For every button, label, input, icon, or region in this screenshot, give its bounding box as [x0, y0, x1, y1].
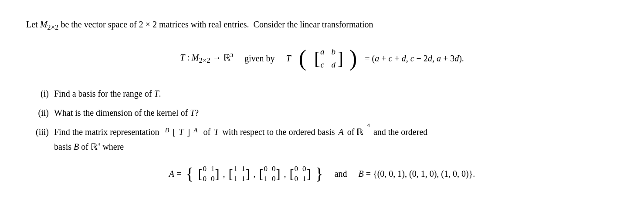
m3-r2c2: 0 — [272, 174, 276, 184]
basis-matrix-4: [ 0 0 0 1 ] — [289, 164, 311, 185]
q-iii-label: (iii) — [26, 125, 49, 138]
q-i-label: (i) — [26, 87, 49, 100]
sm-grid-1: 0 1 0 0 — [203, 164, 214, 185]
matrix-bracket-wrap: [ a b c d ] — [314, 46, 342, 71]
basis-definition-line: A = { [ 0 1 0 0 ] , [ 1 1 — [26, 164, 618, 185]
q-ii-label: (ii) — [26, 106, 49, 119]
set-brace-right: } — [315, 165, 323, 182]
sm-bracket-left-1: [ — [198, 167, 202, 180]
m2-r1c1: 1 — [233, 164, 237, 174]
m3-r1c1: 0 — [264, 164, 268, 174]
matrices-set: [ 0 1 0 0 ] , [ 1 1 1 1 ] — [198, 164, 311, 185]
t-application: T — [286, 52, 291, 65]
transformation-definition: T : M2×2 → ℝ3 given by T ( [ a b c d ] )… — [26, 46, 618, 71]
m4-r1c1: 0 — [294, 164, 298, 174]
m1-r2c1: 0 — [203, 174, 207, 184]
sm-grid-3: 0 0 1 0 — [264, 164, 275, 185]
outer-paren-right: ) — [349, 47, 357, 70]
and-word: and — [335, 167, 347, 180]
comma-1: , — [223, 167, 225, 180]
m4-r2c2: 1 — [302, 174, 306, 184]
question-i: (i) Find a basis for the range of T. — [26, 87, 618, 100]
question-iii: (iii) Find the matrix representation B[T… — [26, 125, 618, 153]
q-iii-text: Find the matrix representation B[T]A of … — [54, 125, 618, 153]
matrix-right-bracket: ] — [337, 49, 342, 67]
m4-r1c2: 0 — [302, 164, 306, 174]
matrix-left-bracket: [ — [314, 49, 319, 67]
m1-r1c1: 0 — [203, 164, 207, 174]
m1-r1c2: 1 — [211, 164, 215, 174]
basis-matrix-3: [ 0 0 1 0 ] — [259, 164, 280, 185]
basis-b-definition: B = {(0, 0, 1), (0, 1, 0), (1, 0, 0)}. — [359, 167, 475, 180]
sm-bracket-left-4: [ — [289, 167, 294, 180]
page-content: Let M2×2 be the vector space of 2 × 2 ma… — [26, 17, 618, 184]
questions-section: (i) Find a basis for the range of T. (ii… — [26, 87, 618, 153]
question-ii: (ii) What is the dimension of the kernel… — [26, 106, 618, 119]
sm-bracket-left-2: [ — [228, 167, 233, 180]
matrix-d: d — [331, 59, 336, 71]
basis-matrix-2: [ 1 1 1 1 ] — [228, 164, 250, 185]
comma-2: , — [253, 167, 255, 180]
comma-3: , — [284, 167, 286, 180]
outer-paren-left: ( — [299, 47, 306, 70]
sm-bracket-right-2: ] — [245, 167, 250, 180]
m4-r2c1: 0 — [294, 174, 298, 184]
given-by-label: given by — [244, 52, 275, 65]
q-ii-text: What is the dimension of the kernel of T… — [54, 106, 618, 119]
m3-r1c2: 0 — [272, 164, 276, 174]
m3-r2c1: 1 — [264, 174, 268, 184]
result-tuple: = (a + c + d, c − 2d, a + 3d). — [365, 52, 464, 65]
sm-bracket-right-1: ] — [215, 167, 219, 180]
matrix-entries: a b c d — [320, 46, 336, 71]
sm-bracket-right-3: ] — [276, 167, 280, 180]
set-brace-left: { — [186, 165, 193, 182]
matrix-b: b — [331, 46, 336, 58]
q-i-text: Find a basis for the range of T. — [54, 87, 618, 100]
m1-r2c2: 0 — [211, 174, 215, 184]
m2-r2c1: 1 — [233, 174, 237, 184]
basis-a-label: A = — [169, 167, 182, 180]
matrix-c: c — [320, 59, 325, 71]
sm-bracket-left-3: [ — [259, 167, 263, 180]
m2-r2c2: 1 — [241, 174, 245, 184]
m2-r1c2: 1 — [241, 164, 245, 174]
sm-bracket-right-4: ] — [306, 167, 311, 180]
t-map-label: T : M2×2 → ℝ3 — [180, 51, 233, 66]
intro-text: Let M2×2 be the vector space of 2 × 2 ma… — [26, 17, 618, 34]
matrix-a: a — [320, 46, 325, 58]
sm-grid-2: 1 1 1 1 — [233, 164, 245, 185]
sm-grid-4: 0 0 0 1 — [294, 164, 306, 185]
basis-matrix-1: [ 0 1 0 0 ] — [198, 164, 219, 185]
